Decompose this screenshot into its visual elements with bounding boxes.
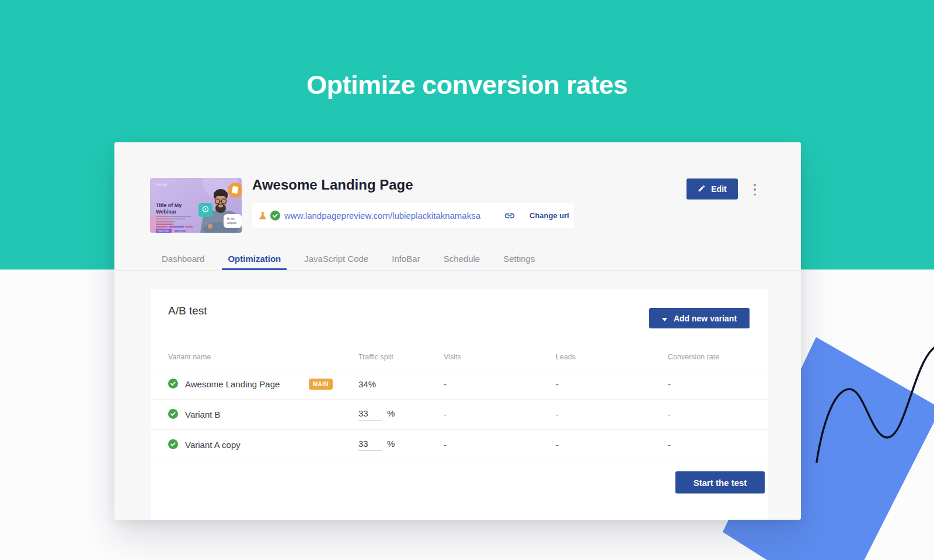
thumb-bubble-line2: Antonio!	[227, 222, 237, 225]
visits-value: -	[444, 440, 556, 450]
traffic-split-input[interactable]: 33	[358, 439, 382, 451]
thumb-title-line2: Webinar	[156, 209, 177, 215]
traffic-split-cell: 33%	[358, 408, 444, 421]
main-badge: MAIN	[309, 379, 333, 390]
traffic-split-value: 34%	[358, 379, 376, 389]
start-test-label: Start the test	[693, 478, 747, 488]
column-header-conversion-rate: Conversion rate	[668, 353, 768, 361]
variant-name-cell: Awesome Landing Page MAIN	[168, 379, 358, 390]
leads-value: -	[556, 410, 668, 419]
url-verified-check-icon	[270, 211, 280, 220]
status-check-icon	[168, 439, 178, 451]
app-card: YourLogo Title of My Webinar Register No…	[114, 142, 801, 520]
variant-name: Variant A copy	[185, 440, 241, 450]
variant-name-cell: Variant A copy	[168, 439, 358, 451]
column-header-leads: Leads	[556, 353, 668, 361]
experiment-flask-icon	[257, 211, 268, 221]
leads-value: -	[556, 379, 668, 389]
thumb-cta-secondary: Watch now	[175, 230, 186, 232]
page-title: Awesome Landing Page	[252, 177, 413, 193]
traffic-split-cell: 33%	[358, 439, 444, 451]
add-variant-label: Add new variant	[674, 314, 737, 323]
visits-value: -	[444, 379, 556, 389]
start-test-button[interactable]: Start the test	[675, 471, 765, 494]
traffic-split-cell: 34%	[358, 379, 444, 389]
tab-infobar[interactable]: InfoBar	[386, 247, 426, 270]
traffic-split-unit: %	[387, 408, 395, 418]
edit-button[interactable]: Edit	[686, 178, 738, 200]
caret-down-icon	[662, 314, 667, 323]
tab-optimization[interactable]: Optimization	[222, 247, 287, 270]
ab-test-panel: A/B test Add new variant Variant name Tr…	[151, 289, 768, 520]
tab-schedule[interactable]: Schedule	[438, 247, 486, 270]
page-thumbnail[interactable]: YourLogo Title of My Webinar Register No…	[150, 178, 242, 233]
traffic-split-input[interactable]: 33	[358, 408, 382, 421]
table-header: Variant name Traffic split Visits Leads …	[151, 345, 768, 369]
tab-dashboard[interactable]: Dashboard	[156, 247, 210, 270]
conversion-rate-value: -	[668, 379, 768, 389]
page-root: Optimize conversion rates YourLogo Title…	[0, 0, 934, 560]
tab-bar: DashboardOptimizationJavaScript CodeInfo…	[114, 247, 801, 271]
tab-settings[interactable]: Settings	[497, 247, 541, 270]
ab-test-heading: A/B test	[168, 304, 207, 317]
conversion-rate-value: -	[668, 440, 768, 450]
add-variant-button[interactable]: Add new variant	[649, 308, 750, 328]
variants-table: Variant name Traffic split Visits Leads …	[151, 345, 768, 460]
edit-button-label: Edit	[711, 184, 726, 194]
copy-link-icon[interactable]	[504, 210, 515, 222]
table-row: Variant B 33% - - -	[151, 399, 768, 429]
variant-name: Variant B	[185, 410, 221, 419]
conversion-rate-value: -	[668, 410, 768, 419]
page-url-link[interactable]: www.landpagepreview.com/lubieplackitakna…	[284, 211, 480, 220]
pencil-icon	[698, 184, 706, 194]
thumb-title-line1: Title of My	[156, 202, 182, 208]
thumb-cta-primary: Register Now	[158, 230, 169, 232]
change-url-button[interactable]: Change url	[529, 211, 569, 220]
table-row: Variant A copy 33% - - -	[151, 429, 768, 460]
tab-javascript-code[interactable]: JavaScript Code	[298, 247, 374, 270]
status-check-icon	[168, 409, 178, 421]
url-bar: www.landpagepreview.com/lubieplackitakna…	[252, 203, 574, 228]
visits-value: -	[444, 410, 556, 419]
column-header-traffic-split: Traffic split	[358, 353, 444, 361]
status-check-icon	[168, 379, 178, 390]
leads-value: -	[556, 440, 668, 450]
column-header-variant-name: Variant name	[168, 353, 358, 361]
thumb-logo: YourLogo	[156, 183, 168, 186]
thumbnail-illustration: YourLogo Title of My Webinar Register No…	[150, 178, 242, 233]
more-options-button[interactable]	[751, 184, 758, 195]
variant-name: Awesome Landing Page	[185, 379, 280, 389]
variant-name-cell: Variant B	[168, 409, 358, 421]
thumb-bubble-line1: Hi, I'm	[227, 218, 235, 220]
traffic-split-unit: %	[387, 439, 395, 449]
column-header-visits: Visits	[444, 353, 556, 361]
table-body: Awesome Landing Page MAIN 34% - - - Vari…	[151, 369, 768, 460]
table-row: Awesome Landing Page MAIN 34% - - -	[151, 369, 768, 399]
